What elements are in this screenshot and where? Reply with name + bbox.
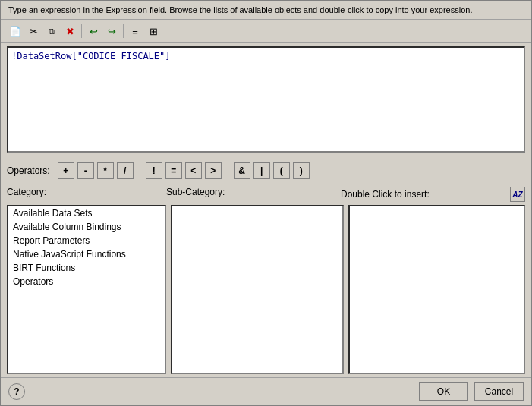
sort-az-button[interactable]: AZ xyxy=(510,187,525,202)
list-item[interactable]: Operators xyxy=(8,275,165,288)
list-item[interactable]: Report Parameters xyxy=(8,234,165,247)
help-icon: ? xyxy=(14,386,19,397)
info-bar: Type an expression in the Expression fie… xyxy=(1,1,531,20)
info-text: Type an expression in the Expression fie… xyxy=(8,5,472,14)
category-lists: Available Data Sets Available Column Bin… xyxy=(7,205,525,374)
table-button[interactable]: ⊞ xyxy=(145,23,162,39)
format-button[interactable]: ≡ xyxy=(127,23,143,39)
cut-button[interactable]: ✂ xyxy=(25,23,42,39)
op-divide-button[interactable]: / xyxy=(117,162,134,179)
redo-button[interactable]: ↪ xyxy=(103,23,120,39)
toolbar-separator-2 xyxy=(123,24,124,38)
double-click-label: Double Click to insert: xyxy=(341,189,430,200)
footer-right: OK Cancel xyxy=(419,382,524,401)
category-headers: Category: Sub-Category: Double Click to … xyxy=(7,187,525,202)
footer-left: ? xyxy=(8,383,25,400)
category-list[interactable]: Available Data Sets Available Column Bin… xyxy=(7,205,166,374)
toolbar: 📄 ✂ ⧉ ✖ ↩ ↪ ≡ ⊞ xyxy=(1,20,531,43)
subcategory-header: Sub-Category: xyxy=(166,187,341,202)
op-equals-button[interactable]: = xyxy=(165,162,182,179)
table-icon: ⊞ xyxy=(150,26,158,37)
expression-input[interactable]: !DataSetRow["CODICE_FISCALE"] xyxy=(7,46,525,153)
op-minus-button[interactable]: - xyxy=(77,162,94,179)
op-greater-button[interactable]: > xyxy=(205,162,222,179)
help-button[interactable]: ? xyxy=(8,383,25,400)
list-item[interactable]: BIRT Functions xyxy=(8,261,165,275)
operators-label: Operators: xyxy=(7,165,50,176)
op-and-button[interactable]: & xyxy=(234,162,250,179)
category-header: Category: xyxy=(7,187,166,202)
op-openparen-button[interactable]: ( xyxy=(273,162,290,179)
op-not-button[interactable]: ! xyxy=(146,162,162,179)
op-or-button[interactable]: | xyxy=(253,162,270,179)
new-button[interactable]: 📄 xyxy=(7,23,24,39)
ok-button[interactable]: OK xyxy=(419,382,468,401)
undo-icon: ↩ xyxy=(90,26,98,37)
undo-button[interactable]: ↩ xyxy=(85,23,102,39)
copy-icon: ⧉ xyxy=(49,27,55,36)
op-less-button[interactable]: < xyxy=(185,162,202,179)
cut-icon: ✂ xyxy=(30,26,38,37)
delete-icon: ✖ xyxy=(66,26,74,37)
expression-area: !DataSetRow["CODICE_FISCALE"] xyxy=(7,46,525,155)
category-section: Category: Sub-Category: Double Click to … xyxy=(1,184,531,377)
copy-button[interactable]: ⧉ xyxy=(43,23,60,39)
toolbar-separator-1 xyxy=(81,24,82,38)
sort-az-icon: AZ xyxy=(512,190,522,199)
insert-header: Double Click to insert: AZ xyxy=(341,187,525,202)
list-item[interactable]: Native JavaScript Functions xyxy=(8,247,165,261)
subcategory-list[interactable] xyxy=(171,205,344,374)
op-plus-button[interactable]: + xyxy=(58,162,74,179)
list-item[interactable]: Available Column Bindings xyxy=(8,220,165,234)
redo-icon: ↪ xyxy=(108,26,116,37)
list-item[interactable]: Available Data Sets xyxy=(8,206,165,220)
new-icon: 📄 xyxy=(9,26,21,37)
cancel-button[interactable]: Cancel xyxy=(474,382,524,401)
operators-row: Operators: + - * / ! = < > & | ( ) xyxy=(1,158,531,184)
insert-list[interactable] xyxy=(348,205,525,374)
format-icon: ≡ xyxy=(132,26,138,37)
expression-builder-dialog: Type an expression in the Expression fie… xyxy=(0,0,532,406)
op-multiply-button[interactable]: * xyxy=(97,162,114,179)
delete-button[interactable]: ✖ xyxy=(61,23,78,39)
footer: ? OK Cancel xyxy=(1,377,531,405)
op-closeparen-button[interactable]: ) xyxy=(293,162,310,179)
